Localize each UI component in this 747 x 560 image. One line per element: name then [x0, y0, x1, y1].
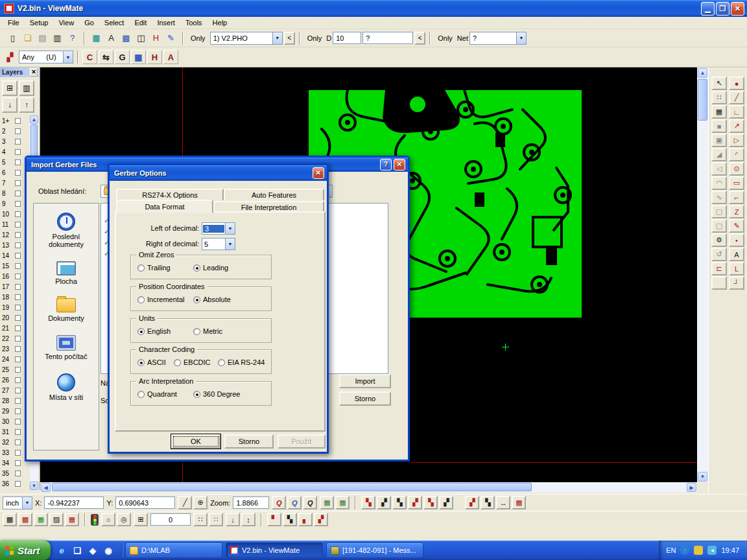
pad-pattern-icon[interactable]: ▞ — [377, 496, 391, 509]
anchor-down-icon[interactable]: ↓ — [226, 513, 240, 526]
overlay-grid-icon[interactable]: ▩ — [3, 513, 17, 526]
rect-outline-icon[interactable]: ▭ — [729, 176, 744, 190]
grid-tool-icon[interactable]: ▦ — [131, 50, 146, 64]
menu-item[interactable]: File — [3, 18, 25, 28]
layer-color-swatch[interactable] — [15, 398, 21, 404]
zoom-point-icon[interactable]: Q — [287, 496, 302, 509]
zoom-field[interactable]: 1.8866 — [233, 496, 269, 509]
print-icon[interactable]: ▥ — [50, 31, 65, 45]
l-shape-icon[interactable]: L — [729, 262, 744, 275]
text-tool-icon[interactable]: A — [729, 248, 744, 261]
layer-color-swatch[interactable] — [15, 294, 21, 300]
vector-arrow-icon[interactable]: ↗ — [729, 119, 744, 133]
restore-button[interactable]: ❐ — [716, 2, 729, 16]
dcode-count-field[interactable]: 0 — [150, 513, 191, 526]
dashed-box-icon[interactable]: ▢ — [711, 219, 727, 233]
snap-grid-icon[interactable]: ⊞ — [134, 513, 148, 526]
menu-item[interactable]: Select — [99, 18, 130, 28]
horizontal-scrollbar[interactable]: ◀ ▶ — [40, 482, 697, 493]
layer-color-swatch[interactable] — [15, 159, 21, 165]
chevron-down-icon[interactable]: ▼ — [272, 32, 282, 44]
green-grid-icon[interactable]: ▦ — [34, 513, 48, 526]
dot-tool-icon[interactable]: • — [729, 233, 744, 247]
scroll-thumb[interactable] — [698, 79, 707, 121]
close-icon[interactable]: ✕ — [394, 159, 405, 170]
layer-color-swatch[interactable] — [15, 439, 21, 445]
move-arrows-icon[interactable]: ↔ — [496, 496, 510, 509]
menu-item[interactable]: Tools — [180, 18, 208, 28]
taskbar-task-button[interactable]: V2.bin - ViewMate — [226, 542, 323, 558]
split-view-icon[interactable]: ◫ — [134, 31, 148, 45]
taskbar-task-button[interactable]: [191-482-091] - Mess... — [326, 542, 423, 558]
radio-metric[interactable]: Metric — [193, 327, 222, 335]
highlight-icon[interactable]: H — [148, 31, 163, 45]
radio-incremental[interactable]: Incremental — [137, 296, 184, 303]
layer-stack-icon[interactable]: ⊞ — [2, 80, 18, 96]
radio-quadrant[interactable]: Quadrant — [137, 390, 177, 398]
triangle-tool-icon[interactable]: ▷ — [729, 134, 744, 147]
dcode-filter-input[interactable]: ? — [362, 32, 413, 44]
mirror-tool-icon[interactable]: ◁ — [711, 162, 727, 176]
chevron-down-icon[interactable]: ▼ — [225, 223, 235, 234]
context-help-icon[interactable]: ? — [65, 31, 80, 45]
layer-color-swatch[interactable] — [15, 201, 21, 207]
layer-color-swatch[interactable] — [15, 460, 21, 466]
sketch-view-icon[interactable]: ✎ — [163, 31, 178, 45]
minimize-button[interactable]: ▁ — [701, 2, 715, 16]
rotate-tool-icon[interactable]: ↺ — [711, 248, 727, 261]
open-file-icon[interactable]: ❏ — [20, 31, 35, 45]
layer-color-swatch[interactable] — [15, 450, 21, 456]
close-icon[interactable]: ✕ — [313, 167, 324, 179]
layer-color-swatch[interactable] — [15, 419, 21, 425]
pan-pattern-icon[interactable]: ▚ — [480, 496, 495, 509]
left-of-decimal-combo[interactable]: 3 ▼ — [202, 222, 235, 235]
language-indicator[interactable]: EN — [666, 546, 676, 554]
scroll-thumb[interactable] — [52, 483, 532, 491]
radio-icon[interactable] — [193, 264, 200, 272]
scroll-up-icon[interactable]: ▲ — [30, 115, 38, 124]
dot-pattern-icon[interactable]: ▘ — [267, 513, 281, 526]
radio-english[interactable]: English — [137, 327, 171, 335]
layer-color-swatch[interactable] — [15, 284, 21, 290]
draw-line-icon[interactable]: ╱ — [729, 91, 744, 104]
menu-item[interactable]: View — [53, 18, 79, 28]
round-aperture-icon[interactable]: ○ — [101, 513, 115, 526]
layer-row[interactable]: 4 — [0, 146, 29, 157]
thermal-aperture-icon[interactable]: ◎ — [117, 513, 131, 526]
browser-shortcut-icon[interactable]: ◉ — [102, 544, 114, 556]
taskbar-task-button[interactable]: D:\MLAB — [125, 542, 222, 558]
filled-square-icon[interactable]: ■ — [711, 119, 727, 133]
pad-pattern-icon[interactable]: ▞ — [408, 496, 422, 509]
place-network[interactable]: Místa v síti — [36, 373, 97, 401]
menu-item[interactable]: Setup — [25, 18, 54, 28]
scroll-left-icon[interactable]: ◀ — [41, 483, 51, 492]
radio-eia-rs244[interactable]: EIA RS-244 — [218, 358, 265, 366]
radio-icon[interactable] — [218, 359, 225, 366]
radio-icon[interactable] — [137, 328, 145, 335]
tab-auto-features[interactable]: Auto Features — [224, 189, 324, 200]
pencil-tool-icon[interactable]: ✎ — [729, 219, 744, 233]
selection-pattern-icon[interactable]: ▞ — [3, 50, 18, 64]
swap-tool-icon[interactable]: ⇆ — [99, 50, 113, 64]
chevron-down-icon[interactable]: ▼ — [516, 32, 526, 44]
cancel-button[interactable]: Storno — [224, 434, 274, 449]
radio-icon[interactable] — [193, 328, 200, 335]
units-combo[interactable]: inch ▼ — [3, 496, 32, 509]
layer-color-swatch[interactable] — [15, 377, 21, 383]
text-a-tool-icon[interactable]: A — [163, 50, 178, 64]
origin-target-icon[interactable]: ⊕ — [193, 496, 208, 509]
close-button[interactable]: ✕ — [731, 2, 744, 16]
layer-color-swatch[interactable] — [15, 232, 21, 238]
x-coordinate-field[interactable]: -0.942237 — [44, 496, 104, 509]
layer-color-swatch[interactable] — [15, 471, 21, 476]
layer-color-swatch[interactable] — [15, 128, 21, 134]
window-titlebar[interactable]: V2.bin - ViewMate ▁ ❐ ✕ — [0, 0, 747, 17]
dialog-titlebar[interactable]: Gerber Options ✕ — [110, 165, 327, 181]
radio-absolute[interactable]: Absolute — [193, 296, 231, 303]
move-layer-up-icon[interactable]: ↑ — [19, 97, 34, 113]
radio-ebcdic[interactable]: EBCDIC — [174, 358, 211, 366]
layer-view-icon[interactable]: ▥ — [19, 80, 34, 96]
blank-tool-icon[interactable] — [711, 276, 727, 290]
layer-color-swatch[interactable] — [15, 222, 21, 228]
radio-icon[interactable] — [137, 391, 145, 398]
